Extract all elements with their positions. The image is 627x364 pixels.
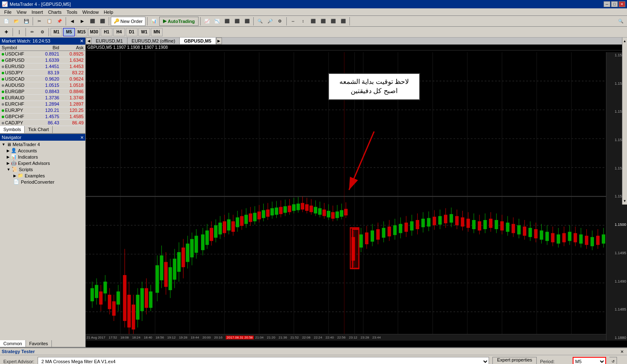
tab-tick-chart[interactable]: Tick Chart [25, 126, 53, 133]
mw-row[interactable]: EURJPY 120.21 120.25 [0, 107, 85, 114]
new-button[interactable]: 📄 [2, 17, 11, 26]
nav-indicators[interactable]: ▶ 📊 Indicators [0, 154, 85, 160]
new-order-button[interactable]: 🔑 New Order [111, 17, 145, 26]
line-btn4[interactable]: ⬛ [232, 17, 242, 26]
mw-row[interactable]: USDCHF 0.8921 0.8925 [0, 51, 85, 57]
scroll-down-btn[interactable]: ▼ [623, 199, 627, 203]
autotrading-button[interactable]: ▶ AutoTrading [159, 17, 199, 26]
svg-rect-102 [257, 212, 261, 220]
period-w1[interactable]: W1 [138, 28, 150, 36]
minimize-button[interactable]: ─ [604, 1, 610, 7]
tab-eurusd-m2[interactable]: EURUSD,M2 (offline) [127, 38, 180, 44]
menu-charts[interactable]: Charts [46, 9, 64, 15]
btn4[interactable]: ⬛ [98, 17, 107, 26]
period-dropdown[interactable]: M5 [573, 357, 606, 364]
paste-button[interactable]: 📌 [55, 17, 64, 26]
btn3[interactable]: ⬛ [88, 17, 97, 26]
menu-tools[interactable]: Tools [64, 9, 80, 15]
menu-view[interactable]: View [14, 9, 29, 15]
tool-btn2[interactable]: ↕ [298, 17, 308, 26]
draw-btn2[interactable]: ⚙ [38, 28, 47, 37]
nav-accounts[interactable]: ▶ 👤 Accounts [0, 147, 85, 154]
tool-btn6[interactable]: ⬛ [339, 17, 348, 26]
forward-button[interactable]: ▶ [78, 17, 87, 26]
mw-row[interactable]: EURUSD 1.4451 1.4453 [0, 63, 85, 70]
tab-gbpusd-m5[interactable]: GBPUSD,M5 [180, 38, 216, 44]
menu-file[interactable]: File [2, 9, 14, 15]
mw-row[interactable]: USDCAD 0.9620 0.9624 [0, 76, 85, 82]
svg-rect-210 [540, 230, 543, 240]
tab-common[interactable]: Common [0, 340, 26, 347]
mw-cell-bid: 1.4575 [36, 114, 61, 120]
line-tool-btn[interactable]: | [15, 28, 24, 37]
window-controls[interactable]: ─ □ ✕ [604, 1, 625, 7]
menu-insert[interactable]: Insert [29, 9, 46, 15]
save-button[interactable]: 💾 [22, 17, 31, 26]
zoom-out-button[interactable]: 🔎 [265, 17, 275, 26]
period-m30[interactable]: M30 [88, 28, 100, 36]
period-m5[interactable]: M5 [63, 28, 75, 36]
scroll-up-btn[interactable]: ▲ [623, 39, 627, 43]
line-btn3[interactable]: ⬛ [222, 17, 232, 26]
chart-btn1[interactable]: 📊 [149, 17, 158, 26]
open-button[interactable]: 📂 [12, 17, 21, 26]
symbol-dot [2, 116, 4, 118]
line-btn5[interactable]: ⬛ [242, 17, 252, 26]
tool-btn4[interactable]: ⬛ [319, 17, 328, 26]
mw-close[interactable]: ✕ [80, 38, 84, 44]
new-order-icon: 🔑 [114, 18, 120, 24]
mw-row[interactable]: CADJPY 86.43 86.49 [0, 120, 85, 126]
svg-rect-78 [205, 230, 209, 245]
period-refresh-btn[interactable]: ↺ [609, 357, 617, 364]
menu-help[interactable]: Help [101, 9, 116, 15]
period-m1[interactable]: M1 [51, 28, 62, 36]
close-button[interactable]: ✕ [619, 1, 625, 7]
symbol-dot [2, 122, 4, 124]
line-btn2[interactable]: 📉 [212, 17, 222, 26]
tab-eurusd-m1[interactable]: EURUSD,M1 [92, 38, 127, 44]
sep9 [13, 28, 13, 36]
ea-dropdown[interactable]: 2 MA Crosses Mega filter EA V1.ex4 [38, 357, 489, 364]
tool-btn1[interactable]: ↔ [288, 17, 298, 26]
svg-rect-228 [591, 237, 594, 246]
nav-examples[interactable]: ▶ 📁 Examples [0, 172, 85, 179]
mw-row[interactable]: EURGBP 0.8843 0.8846 [0, 88, 85, 95]
tab-symbols[interactable]: Symbols [0, 126, 25, 133]
tabs-scroll-left[interactable]: ◀ [86, 38, 92, 44]
menu-window[interactable]: Window [80, 9, 101, 15]
chart-canvas[interactable]: GBPUSD,M5 1.1907 1.1908 1.1907 1.1908 [86, 45, 627, 347]
mw-row[interactable]: EURAUD 1.3736 1.3748 [0, 95, 85, 101]
mw-row[interactable]: USDJPY 83.19 83.22 [0, 70, 85, 76]
mw-row[interactable]: AUDUSD 1.0515 1.0518 [0, 82, 85, 88]
period-d1[interactable]: D1 [126, 28, 138, 36]
nav-scripts[interactable]: ▼ 📜 Scripts [0, 166, 85, 172]
tabs-scroll-right[interactable]: ▶ [216, 38, 222, 44]
tester-close-btn[interactable]: ✕ [620, 349, 624, 354]
tool-btn5[interactable]: ⬛ [329, 17, 338, 26]
period-m15[interactable]: M15 [76, 28, 87, 36]
draw-btn[interactable]: ✏ [28, 28, 37, 37]
nav-period-converter[interactable]: 📄 PeriodConverter [0, 179, 85, 185]
nav-root[interactable]: ▼ 🖥 MetaTrader 4 [0, 142, 85, 147]
svg-rect-120 [296, 204, 300, 210]
navigator-close[interactable]: ✕ [80, 135, 84, 140]
copy-button[interactable]: 📋 [45, 17, 54, 26]
period-mn[interactable]: MN [151, 28, 163, 36]
back-button[interactable]: ◀ [68, 17, 77, 26]
zoom-in-button[interactable]: 🔍 [255, 17, 265, 26]
period-h4[interactable]: H4 [113, 28, 125, 36]
mw-row[interactable]: GBPUSD 1.6339 1.6342 [0, 57, 85, 63]
search-btn[interactable]: 🔍 [616, 17, 625, 26]
line-btn[interactable]: 📈 [202, 17, 212, 26]
tool-btn3[interactable]: ⬛ [308, 17, 318, 26]
expert-properties-button[interactable]: Expert properties [492, 357, 537, 364]
properties-btn[interactable]: ⚙ [275, 17, 285, 26]
mw-row[interactable]: GBPCHF 1.4575 1.4585 [0, 114, 85, 120]
restore-button[interactable]: □ [611, 1, 618, 7]
nav-expert-advisors[interactable]: ▶ 🤖 Expert Advisors [0, 160, 85, 166]
mw-row[interactable]: EURCHF 1.2894 1.2897 [0, 101, 85, 107]
period-h1[interactable]: H1 [101, 28, 112, 36]
tab-favorites[interactable]: Favorites [26, 340, 52, 347]
crosshair-btn[interactable]: ✚ [2, 28, 11, 37]
cut-button[interactable]: ✂ [35, 17, 44, 26]
